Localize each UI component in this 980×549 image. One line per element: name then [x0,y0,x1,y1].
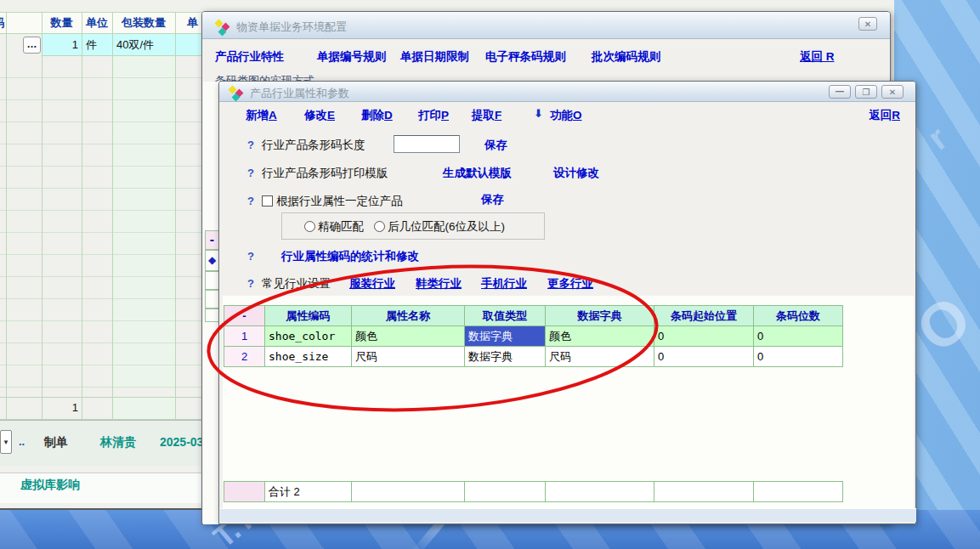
totals-label-cell: 合计 2 [265,482,352,502]
strip-diamond-cell: ◆ [205,250,219,271]
toolbar-add-button[interactable]: 新增A [246,108,277,123]
col-header-attr-name[interactable]: 属性名称 [352,306,465,326]
totals-index-cell [224,482,265,502]
help-icon[interactable]: ? [247,277,254,290]
suffix-match-radio[interactable] [374,221,385,232]
toolbar-edit-button[interactable]: 修改E [304,108,335,123]
more-options-button[interactable]: … [23,37,41,54]
design-modify-link[interactable]: 设计修改 [553,166,599,181]
table-row: 2 shoe_size 尺码 数据字典 尺码 0 0 [224,347,843,367]
row-number[interactable]: 1 [224,326,265,347]
cell-attr-code[interactable]: shoe_size [265,347,352,367]
totals-empty-cell [465,482,546,502]
strip-empty-cell [205,290,219,308]
phone-industry-link[interactable]: 手机行业 [481,276,527,291]
cell-data-dict[interactable]: 尺码 [546,347,654,367]
row-number[interactable]: 2 [224,347,265,367]
col-header-data-dict[interactable]: 数据字典 [546,306,654,326]
strip-empty-cell [205,308,219,322]
toolbar-add-label: 新增 [246,109,269,122]
totals-empty-cell [352,482,465,502]
footer-dots: .. [19,435,25,448]
toolbar-delete-button[interactable]: 删除D [361,108,393,123]
toolbar-print-label: 打印 [418,109,441,122]
dialog2-minimize-button[interactable]: — [829,85,851,99]
attribute-stats-link[interactable]: 行业属性编码的统计和修改 [281,249,419,264]
cell-attr-code[interactable]: shoe_color [265,326,352,347]
maker-date: 2025-03 [160,435,203,449]
barcode-template-label: 行业产品条形码打印模版 [262,166,388,181]
bg-col-header-code: 码 [0,13,5,33]
menu-batch-code-rule[interactable]: 批次编码规则 [592,49,660,65]
menu-scale-barcode-rule[interactable]: 电子秤条码规则 [485,49,566,65]
down-arrow-icon: ⬇ [534,107,543,120]
col-header-barcode-start[interactable]: 条码起始位置 [654,306,754,326]
barcode-length-input[interactable] [394,135,460,153]
virtual-stock-link[interactable]: 虚拟库影响 [20,478,80,493]
apparel-industry-link[interactable]: 服装行业 [349,276,395,291]
grid-line [42,12,42,420]
totals-row: 合计 2 [224,482,843,502]
dialog2-title: 产品行业属性和参数 [250,86,349,101]
toolbar-extract-label: 提取 [472,109,495,122]
grid-line [6,12,7,420]
toolbar-delete-label: 删除 [361,109,384,122]
menu-doc-date-limit[interactable]: 单据日期限制 [400,49,469,65]
help-icon[interactable]: ? [247,139,254,151]
help-icon[interactable]: ? [247,167,254,179]
exact-match-radio[interactable] [304,221,315,232]
strip-dash-cell: - [205,230,219,250]
cell-barcode-digits[interactable]: 0 [754,347,843,367]
divider [0,397,201,398]
menu-doc-number-rule[interactable]: 单据编号规则 [317,49,386,65]
dialog2-close-button[interactable]: ✕ [881,85,904,99]
bg-row1-unit: 件 [86,34,97,56]
dialog2-status-bar [220,508,916,522]
col-header-attr-code[interactable]: 属性编码 [265,306,352,326]
col-header-barcode-digits[interactable]: 条码位数 [754,306,843,326]
shoe-industry-link[interactable]: 鞋类行业 [416,276,462,291]
dialog2-return-button[interactable]: 返回R [869,108,900,123]
locate-product-label: 根据行业属性一定位产品 [276,194,403,209]
cell-barcode-start[interactable]: 0 [654,326,754,347]
dialog1-close-button[interactable]: ✕ [858,17,877,31]
col-header-index[interactable]: - [224,306,265,326]
totals-empty-cell [654,482,754,502]
shortcut-key: P [441,109,449,122]
bg-table-grid [0,56,201,388]
help-icon[interactable]: ? [247,195,254,207]
dialog2-maximize-button[interactable]: ❐ [855,85,877,99]
exact-match-label: 精确匹配 [318,219,364,235]
barcode-length-save-link[interactable]: 保存 [484,138,507,153]
grid-line [82,12,82,420]
toolbar-print-button[interactable]: 打印P [418,108,449,123]
locate-save-link[interactable]: 保存 [481,192,504,207]
cell-attr-name[interactable]: 颜色 [352,326,465,347]
menu-product-industry[interactable]: 产品行业特性 [215,49,284,65]
cell-barcode-start[interactable]: 0 [654,347,754,367]
toolbar-extract-button[interactable]: 提取F [472,108,501,123]
dialog1-return-button[interactable]: 返回 R [800,49,835,65]
help-icon[interactable]: ? [247,250,254,263]
cell-data-dict[interactable]: 颜色 [546,326,654,347]
cell-barcode-digits[interactable]: 0 [754,326,843,347]
shortcut-key: D [384,109,393,122]
toolbar-function-button[interactable]: 功能O [550,108,582,123]
locate-product-checkbox[interactable] [262,195,273,207]
dropdown-arrow-button[interactable]: ▼ [0,430,12,454]
bg-row1-pack: 40双/件 [116,34,154,56]
dialog-industry-attributes: 产品行业属性和参数 — ❐ ✕ 新增A 修改E 删除D 打印P 提取F ⬇ 功能… [218,81,916,524]
attribute-table-header-row: - 属性编码 属性名称 取值类型 数据字典 条码起始位置 条码位数 [224,306,843,326]
return-label: 返回 [869,109,892,122]
cell-value-type-selected[interactable]: 数据字典 [465,326,546,347]
strip-empty-cell [205,271,219,290]
bg-row1-qty: 1 [42,34,78,56]
toolbar-function-label: 功能 [550,109,573,122]
dialog1-title: 物资单据业务环境配置 [236,20,347,35]
cell-value-type[interactable]: 数据字典 [465,347,546,367]
more-industry-link[interactable]: 更多行业 [547,276,593,291]
table-row: 1 shoe_color 颜色 数据字典 颜色 0 0 [224,326,843,347]
col-header-value-type[interactable]: 取值类型 [465,306,546,326]
cell-attr-name[interactable]: 尺码 [352,347,465,367]
generate-template-link[interactable]: 生成默认模版 [443,166,512,181]
